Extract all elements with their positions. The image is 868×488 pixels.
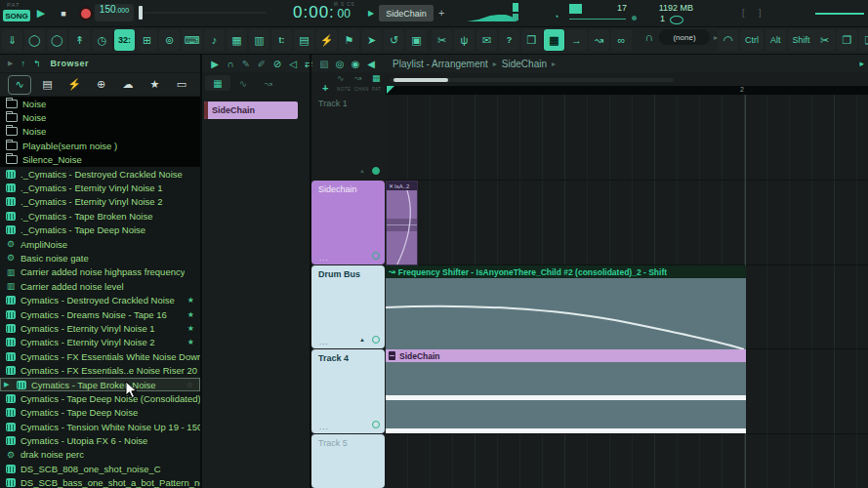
browser-item[interactable]: ▥Carrier added noise level: [0, 279, 200, 293]
browser-item[interactable]: Cymatics - Eternity Vinyl Noise 1★: [0, 321, 200, 335]
preview-icon[interactable]: ◀: [363, 59, 379, 69]
track-grip[interactable]: ...: [319, 423, 329, 431]
track-header-track-4[interactable]: Track 4...: [311, 349, 385, 433]
step-edit-icon[interactable]: ♪: [204, 29, 225, 51]
tab-cloud-icon[interactable]: ☁: [117, 76, 139, 94]
save-icon[interactable]: ▣: [406, 29, 427, 51]
paint-tool-icon[interactable]: ✐: [254, 59, 269, 69]
pattern-clip-sidechain[interactable]: SideChain: [386, 349, 746, 434]
draw-tool-icon[interactable]: ✎: [238, 59, 254, 69]
track-header-track-5[interactable]: Track 5: [311, 434, 385, 488]
tab-generators-icon[interactable]: ⊕: [91, 76, 112, 94]
minitab-pat-icon[interactable]: ▦: [372, 73, 381, 83]
browser-item[interactable]: DS_SCB_bass_one_shot_a_bot_Pattern_noise…: [0, 476, 200, 488]
zoom-tool-icon[interactable]: ◎: [332, 59, 348, 69]
browser-item[interactable]: ._Cymatics - Eternity Vinyl Noise 2: [0, 195, 200, 209]
browser-item[interactable]: ⚙AmpliNoise: [0, 237, 200, 251]
favorite-star-icon[interactable]: ★: [187, 338, 194, 346]
tab-favorites-icon[interactable]: ★: [145, 76, 166, 94]
audio-clip-header[interactable]: ✕ IsA..2: [387, 182, 417, 190]
header-chevron-icon[interactable]: ▸: [859, 59, 864, 68]
scrollbar-indicator[interactable]: [815, 13, 864, 15]
tab-smart-find-icon[interactable]: ∿: [8, 75, 31, 95]
track-header-sidechain[interactable]: Sidechain...: [311, 181, 385, 264]
tab-current-project-icon[interactable]: ▤: [37, 76, 59, 94]
picker-tab-automation-icon[interactable]: ↝: [256, 75, 281, 91]
pointer-icon[interactable]: ➤: [361, 29, 382, 51]
browser-item[interactable]: Cymatics - Destroyed Crackled Noise★: [0, 293, 200, 306]
playhead-flag[interactable]: [387, 86, 394, 94]
stop-button[interactable]: ■: [55, 5, 72, 21]
link-icon[interactable]: ∞: [611, 29, 632, 51]
output-monitor-icon[interactable]: ↟: [69, 29, 90, 51]
automation-clip-frequency-shifter[interactable]: ↝ Frequency Shifter - IsAnyoneThere_Chil…: [386, 265, 746, 349]
playback-tool-icon[interactable]: ◉: [348, 59, 363, 69]
select-tool-icon[interactable]: ▧: [316, 59, 332, 69]
track-collapse-icon[interactable]: ▲: [359, 168, 365, 174]
panel-divider[interactable]: [200, 55, 202, 488]
browser-item[interactable]: ⚙drak noise perc: [0, 448, 200, 462]
paste-icon[interactable]: ❏: [859, 29, 868, 51]
step-record-icon[interactable]: ⊞: [137, 29, 157, 51]
browser-item[interactable]: Cymatics - Tension White Noise Up 19 - 1…: [0, 420, 200, 433]
browser-item-selected[interactable]: ▶Cymatics - Tape Broken Noise☆: [0, 378, 200, 391]
magnet-tool-icon[interactable]: ∩: [223, 59, 238, 69]
next-window-icon[interactable]: →: [566, 29, 587, 51]
minitab-note-icon[interactable]: ∿: [337, 73, 345, 83]
track-record-dot[interactable]: [372, 167, 380, 175]
delete-tool-icon[interactable]: ⊘: [269, 59, 285, 69]
pattern-clip-header[interactable]: SideChain: [386, 349, 746, 362]
playlist-title[interactable]: Playlist - Arrangement: [393, 59, 488, 69]
performance-mode-icon[interactable]: ⚑: [339, 29, 359, 51]
slider-thumb[interactable]: [139, 6, 143, 20]
modifier-key-alt[interactable]: Alt: [765, 29, 786, 51]
pattern-prev-arrow[interactable]: ▶: [368, 9, 374, 18]
pattern-selector[interactable]: SideChain: [379, 5, 434, 21]
browser-item[interactable]: ._Cymatics - Tape Broken Noise: [0, 209, 200, 223]
window-layout-icon[interactable]: ❒: [521, 29, 542, 51]
modifier-key-ctrl[interactable]: Ctrl: [740, 29, 764, 51]
automation-icon[interactable]: ↝: [589, 29, 609, 51]
piano-roll-icon[interactable]: ▦: [544, 29, 564, 51]
browser-collapse-icon[interactable]: ▶: [8, 60, 13, 67]
clip-mute-icon[interactable]: ✕: [389, 183, 393, 189]
track-record-dot[interactable]: [372, 336, 380, 344]
undo-icon[interactable]: ↺: [384, 29, 404, 51]
automation-clip-body[interactable]: [386, 278, 746, 349]
browser-item[interactable]: Cymatics - Tape Deep Noise (Consolidated…: [0, 391, 200, 405]
tab-plugins-icon[interactable]: ⚡: [63, 76, 85, 94]
timeline-scrollbar[interactable]: [391, 78, 674, 82]
track-record-dot[interactable]: [372, 252, 380, 260]
picker-tab-audio-icon[interactable]: ∿: [230, 75, 256, 91]
browser-back-icon[interactable]: ↰: [33, 59, 41, 68]
scrollbar-thumb[interactable]: [393, 78, 448, 82]
audio-clip-isa[interactable]: ✕ IsA..2: [386, 181, 418, 265]
browser-item[interactable]: Cymatics - Utopia FX 6 - Noise: [0, 433, 200, 447]
favorite-star-icon[interactable]: ★: [187, 296, 194, 305]
cut-icon[interactable]: ✂: [432, 29, 452, 51]
track-grip[interactable]: ...: [319, 338, 329, 346]
favorite-star-icon[interactable]: ★: [187, 324, 194, 333]
tap-tempo-icon[interactable]: t:: [271, 29, 292, 51]
browser-item[interactable]: Playable(serum noise ): [0, 139, 200, 152]
track-header-track-1[interactable]: Track 1▲: [311, 95, 385, 180]
mic-icon[interactable]: ψ: [454, 29, 475, 51]
loop-record-icon[interactable]: ⊚: [159, 29, 180, 51]
snap-selector[interactable]: (none): [659, 29, 710, 45]
copy-icon[interactable]: ❐: [837, 29, 857, 51]
automation-clip-header[interactable]: ↝ Frequency Shifter - IsAnyoneThere_Chil…: [386, 265, 746, 279]
browser-item[interactable]: DS_SCB_808_one_shot_noise_C: [0, 462, 200, 475]
modifier-key-shift[interactable]: Shift: [788, 29, 815, 51]
tab-folders-icon[interactable]: ▭: [171, 76, 192, 94]
favorite-star-icon[interactable]: ☆: [186, 381, 193, 389]
browser-item[interactable]: ._Cymatics - Tape Deep Noise: [0, 224, 200, 237]
track-header-drum-bus[interactable]: Drum Bus▲...: [311, 265, 385, 348]
browser-item[interactable]: Silence_Noise: [0, 153, 200, 167]
browser-item[interactable]: Cymatics - Tape Deep Noise: [0, 406, 200, 420]
browser-item[interactable]: ⚙Basic noise gate: [0, 251, 200, 264]
minitab-chan-icon[interactable]: ↝: [354, 73, 362, 83]
tempo-display[interactable]: 150 .000: [95, 4, 134, 21]
track-collapse-icon[interactable]: ▲: [359, 337, 365, 343]
browser-item[interactable]: Noise: [0, 110, 200, 124]
track-grip[interactable]: ...: [319, 254, 329, 263]
